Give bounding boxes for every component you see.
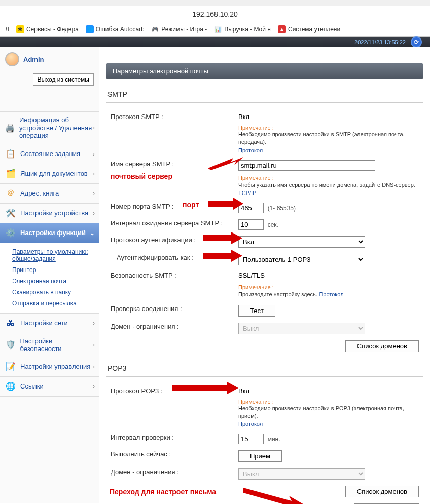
sidebar-sub-printer[interactable]: Принтер [9,264,99,276]
smtp-auth-as-select[interactable]: Пользователь 1 POP3 [238,254,365,265]
sidebar: Admin Выход из системы 🖨️ Информация об … [0,47,99,503]
sidebar-item-label: Настройки функций [20,229,86,237]
smtp-server-input[interactable] [238,160,375,171]
sidebar-item-label: Адрес. книга [20,189,59,197]
sidebar-item-device-info[interactable]: 🖨️ Информация об устройстве / Удаленная … [0,111,99,144]
smtp-protocol-label: Протокол SMTP : [106,113,238,121]
logout-button[interactable]: Выход из системы [33,73,94,86]
sidebar-item-management[interactable]: 📝 Настройки управления › [0,357,99,377]
bookmark-item[interactable]: ✱Сервисы - Федера [16,25,79,33]
chevron-right-icon: › [93,170,95,177]
sidebar-item-document-box[interactable]: 🗂️ Ящик для документов › [0,164,99,184]
bookmarks-bar: Л ✱Сервисы - Федера 🌐Ошибка Autocad: 🎮Ре… [0,22,430,37]
device-gear-icon: 🛠️ [5,208,16,219]
smtp-test-button[interactable]: Тест [238,305,275,317]
list-icon: 📋 [5,148,16,160]
sidebar-item-device-settings[interactable]: 🛠️ Настройки устройства › [0,203,99,223]
smtp-port-label: Номер порта SMTP : [106,203,238,210]
user-name: Admin [23,56,44,63]
smtp-domain-select: Выкл [238,323,365,334]
chevron-right-icon: › [93,124,95,131]
pop3-domain-label: Домен - ограничения : [106,468,238,476]
sidebar-item-label: Ящик для документов [20,170,88,177]
smtp-protocol-value: Вкл [238,113,423,121]
smtp-domain-label: Домен - ограничения : [106,323,238,330]
gear-icon: ⚙️ [5,227,16,239]
smtp-domain-list-button[interactable]: Список доменов [345,340,419,352]
note-text: Необходимо произвести настройки в POP3 (… [238,405,423,420]
avatar [5,52,19,66]
sidebar-subitems: Параметры по умолчанию: общие/задания Пр… [0,243,99,314]
printer-icon: 🖨️ [5,122,15,133]
smtp-port-range: (1- 65535) [268,205,296,212]
sidebar-sub-email[interactable]: Электронная почта [9,276,99,287]
note-title: Примечание : [238,284,423,290]
note-title: Примечание : [238,175,423,181]
main-content: Параметры электронной почты SMTP Протоко… [99,47,430,504]
chevron-right-icon: › [93,341,95,348]
note-title: Примечание : [238,125,423,131]
bookmark-item[interactable]: 🌐Ошибка Autocad: [86,25,144,33]
network-icon: 🖧 [5,318,16,329]
pop3-runnow-label: Выполнить сейчас : [106,450,238,458]
note-text: Необходимо произвести настройки в SMTP (… [238,131,423,146]
note-text: Производите настройку здесь. [238,291,317,297]
url-bar: 192.168.10.20 [0,6,430,22]
sidebar-item-network-settings[interactable]: 🖧 Настройки сети › [0,313,99,333]
smtp-security-label: Безопасность SMTP : [106,272,238,279]
refresh-icon[interactable]: ⟳ [411,36,422,48]
panel-title: Параметры электронной почты [106,63,423,79]
pop3-protocol-value: Вкл [238,387,423,395]
smtp-timeout-label: Интервал ожидания сервера SMTP : [106,219,238,227]
pop3-domain-list-button[interactable]: Список доменов [345,486,419,497]
smtp-timeout-unit: сек. [268,221,278,228]
chevron-right-icon: › [93,383,95,390]
smtp-auth-as-label: Аутентифицировать как : [106,254,238,261]
bookmark-item[interactable]: 📊Выручка - Мой н [214,25,271,33]
smtp-section-title: SMTP [106,86,423,103]
sidebar-sub-scan[interactable]: Сканировать в папку [9,287,99,298]
chevron-right-icon: › [93,363,95,370]
pop3-interval-label: Интервал проверки : [106,434,238,441]
sidebar-item-links[interactable]: 🌐 Ссылки › [0,376,99,397]
annotation-transition: Переход для настроет письма [106,488,216,496]
sidebar-item-label: Настройки безопасности [20,337,94,353]
pop3-receive-button[interactable]: Прием [238,450,282,462]
smtp-timeout-input[interactable] [238,219,264,230]
sidebar-item-label: Ссылки [20,382,44,390]
chevron-right-icon: › [93,320,95,327]
sidebar-item-label: Настройки сети [20,319,68,327]
bookmark-item[interactable]: 🎮Режимы - Игра - [151,25,207,33]
protocol-link[interactable]: Протокол [319,291,343,297]
smtp-auth-proto-select[interactable]: Вкл [238,236,365,248]
shield-icon: 🛡️ [5,339,16,351]
sidebar-item-function-settings[interactable]: ⚙️ Настройки функций ⌄ [0,223,99,243]
sidebar-item-address-book[interactable]: ＠ Адрес. книга › [0,183,99,204]
chevron-right-icon: › [93,210,95,217]
chevron-down-icon: ⌄ [90,229,95,237]
note-title: Примечание : [238,399,423,405]
protocol-link[interactable]: Протокол [238,147,263,153]
sidebar-item-label: Настройки управления [20,363,90,370]
protocol-link[interactable]: Протокол [238,421,263,427]
note-text: Чтобы указать имя сервера по имени домен… [238,182,415,188]
app-header-bar: 2022/11/23 13:55:22 ⟳ [0,37,430,47]
sidebar-item-security[interactable]: 🛡️ Настройки безопасности › [0,333,99,357]
annotation-server: почтовый сервер [111,172,172,180]
pop3-domain-select: Выкл [238,468,365,480]
smtp-security-value: SSL/TLS [238,272,423,279]
box-icon: 🗂️ [5,168,16,179]
tcpip-link[interactable]: TCP/IP [238,190,256,196]
sidebar-item-job-status[interactable]: 📋 Состояние задания › [0,144,99,164]
bookmark-item[interactable]: ▲Система утеплени [278,25,340,33]
chevron-right-icon: › [93,190,95,197]
smtp-server-label: Имя сервера SMTP : [106,160,238,168]
sidebar-sub-send[interactable]: Отправка и пересылка [9,298,99,309]
smtp-port-input[interactable] [238,203,264,213]
bookmark-prefix: Л [5,25,9,33]
sidebar-item-label: Состояние задания [20,150,80,158]
pop3-section-title: POP3 [106,360,423,377]
sidebar-sub-defaults[interactable]: Параметры по умолчанию: общие/задания [9,246,99,264]
pop3-protocol-label: Протокол POP3 : [106,387,238,395]
pop3-interval-input[interactable] [238,434,264,444]
